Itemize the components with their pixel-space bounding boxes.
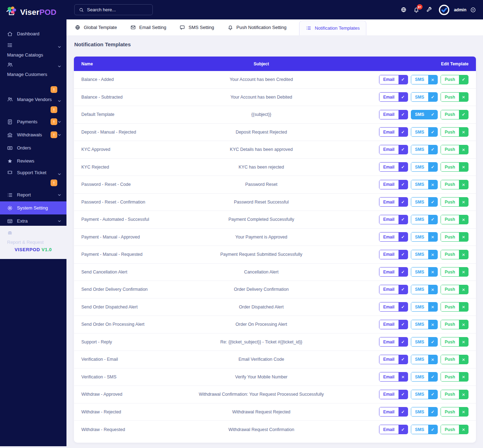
email-toggle-button[interactable]: Email✓ xyxy=(379,110,408,119)
email-toggle-button[interactable]: Email✓ xyxy=(379,407,408,417)
sms-toggle-button[interactable]: SMS✓ xyxy=(411,215,438,224)
email-toggle-button[interactable]: Email✓ xyxy=(379,232,408,242)
push-toggle-button[interactable]: Push× xyxy=(441,425,469,434)
push-toggle-button[interactable]: Push× xyxy=(441,267,469,277)
email-toggle-button[interactable]: Email✓ xyxy=(379,285,408,294)
avatar[interactable] xyxy=(439,5,449,15)
email-toggle-button[interactable]: Email✓ xyxy=(379,250,408,259)
push-toggle-button[interactable]: Push× xyxy=(441,285,469,294)
push-toggle-button[interactable]: Push✓ xyxy=(441,75,469,84)
check-icon: ✓ xyxy=(398,337,408,346)
email-toggle-button[interactable]: Email✓ xyxy=(379,337,408,347)
tab-push-notification-setting[interactable]: Push Notification Setting xyxy=(227,19,287,35)
email-toggle-button[interactable]: Email✓ xyxy=(379,162,408,172)
email-toggle-button[interactable]: Email✓ xyxy=(379,267,408,277)
email-toggle-button[interactable]: Email✓ xyxy=(379,145,408,154)
email-toggle-button[interactable]: Email✓ xyxy=(379,425,408,434)
email-toggle-label: Email xyxy=(379,390,398,399)
sidebar-item-system-setting[interactable]: System Setting xyxy=(0,201,66,214)
sidebar-item-manage-vendors[interactable]: Manage Vendors ! xyxy=(0,94,66,115)
sms-toggle-button[interactable]: SMS✓ xyxy=(411,127,438,137)
push-toggle-button[interactable]: Push× xyxy=(441,250,469,259)
sms-toggle-button[interactable]: SMS✓ xyxy=(411,372,438,382)
sms-toggle-button[interactable]: SMS× xyxy=(411,180,438,189)
sms-toggle-button[interactable]: SMS✓ xyxy=(411,197,438,207)
email-toggle-label: Email xyxy=(379,407,398,416)
push-toggle-button[interactable]: Push× xyxy=(441,215,469,224)
settings-wrench-icon[interactable] xyxy=(426,7,432,13)
sms-toggle-button[interactable]: SMS× xyxy=(411,302,438,312)
sms-toggle-button[interactable]: SMS✓ xyxy=(411,407,438,417)
sms-toggle-button[interactable]: SMS× xyxy=(411,267,438,277)
sidebar-item-manage-customers[interactable]: Manage Customers ! xyxy=(0,60,66,94)
sms-toggle-button[interactable]: SMS× xyxy=(411,285,438,294)
sms-toggle-button[interactable]: SMS× xyxy=(411,232,438,242)
cross-icon: × xyxy=(428,75,437,84)
sms-toggle-button[interactable]: SMS✓ xyxy=(411,425,438,434)
email-toggle-button[interactable]: Email✓ xyxy=(379,215,408,224)
email-toggle-label: Email xyxy=(379,285,398,294)
sms-toggle-button[interactable]: SMS× xyxy=(411,75,438,84)
tab-global-template[interactable]: Global Template xyxy=(74,19,118,35)
sms-toggle-button[interactable]: SMS× xyxy=(411,250,438,259)
email-toggle-button[interactable]: Email× xyxy=(379,372,408,382)
sidebar-item-report-request[interactable]: Report & Request xyxy=(0,228,66,247)
sms-toggle-button[interactable]: SMS× xyxy=(411,355,438,364)
sms-toggle-button[interactable]: SMS✓ xyxy=(411,110,438,119)
email-toggle-button[interactable]: Email✓ xyxy=(379,355,408,364)
email-toggle-button[interactable]: Email✓ xyxy=(379,92,408,102)
sidebar-item-report[interactable]: Report xyxy=(0,188,66,201)
check-icon: ✓ xyxy=(398,232,408,241)
push-toggle-button[interactable]: Push× xyxy=(441,127,469,137)
sidebar-item-orders[interactable]: Orders xyxy=(0,141,66,154)
push-toggle-button[interactable]: Push× xyxy=(441,145,469,154)
sidebar-item-extra[interactable]: Extra xyxy=(0,214,66,228)
sms-toggle-button[interactable]: SMS✓ xyxy=(411,390,438,399)
push-toggle-button[interactable]: Push✓ xyxy=(441,110,469,119)
sms-toggle-button[interactable]: SMS× xyxy=(411,320,438,329)
sidebar-item-manage-catalogs[interactable]: Manage Catalogs xyxy=(0,40,66,60)
language-globe-icon[interactable] xyxy=(401,7,407,13)
email-toggle-button[interactable]: Email✓ xyxy=(379,320,408,329)
tab-sms-setting[interactable]: SMS Setting xyxy=(179,19,215,35)
push-toggle-button[interactable]: Push× xyxy=(441,372,469,382)
email-toggle-button[interactable]: Email✓ xyxy=(379,75,408,84)
column-header-subject: Subject xyxy=(173,61,350,66)
push-toggle-button[interactable]: Push× xyxy=(441,232,469,242)
check-icon: ✓ xyxy=(398,75,408,84)
email-toggle-button[interactable]: Email✓ xyxy=(379,180,408,189)
user-menu-chevron-icon[interactable] xyxy=(470,7,476,13)
search-input[interactable] xyxy=(87,7,148,12)
push-toggle-button[interactable]: Push× xyxy=(441,407,469,417)
email-toggle-button[interactable]: Email✓ xyxy=(379,197,408,207)
chevron-down-icon xyxy=(57,64,62,69)
template-subject: Withdrawal Request Confirmation xyxy=(173,427,350,432)
push-toggle-button[interactable]: Push× xyxy=(441,320,469,329)
template-subject: Password Reset Successful xyxy=(173,200,350,205)
sms-toggle-button[interactable]: SMS✓ xyxy=(411,162,438,172)
email-toggle-button[interactable]: Email✓ xyxy=(379,390,408,399)
sms-toggle-button[interactable]: SMS✓ xyxy=(411,145,438,154)
tab-notification-templates[interactable]: Notification Templates xyxy=(299,20,366,35)
sms-toggle-label: SMS xyxy=(411,285,428,294)
sidebar-item-reviews[interactable]: Reviews xyxy=(0,154,66,167)
sidebar-item-dashboard[interactable]: Dashboard xyxy=(0,27,66,40)
email-toggle-button[interactable]: Email✓ xyxy=(379,302,408,312)
push-toggle-button[interactable]: Push× xyxy=(441,92,469,102)
notifications-button[interactable]: 9+ xyxy=(413,7,419,13)
tab-email-setting[interactable]: Email Setting xyxy=(130,19,167,35)
app-logo[interactable]: ViserPOD xyxy=(0,0,66,24)
push-toggle-button[interactable]: Push× xyxy=(441,337,469,347)
sidebar-item-payments[interactable]: Payments ! xyxy=(0,115,66,128)
push-toggle-button[interactable]: Push× xyxy=(441,197,469,207)
sms-toggle-button[interactable]: SMS✓ xyxy=(411,92,438,102)
sms-toggle-button[interactable]: SMS✓ xyxy=(411,337,438,347)
push-toggle-button[interactable]: Push× xyxy=(441,302,469,312)
sidebar-item-withdrawals[interactable]: Withdrawals ! xyxy=(0,128,66,141)
push-toggle-button[interactable]: Push× xyxy=(441,162,469,172)
email-toggle-button[interactable]: Email✓ xyxy=(379,127,408,137)
push-toggle-button[interactable]: Push× xyxy=(441,355,469,364)
sidebar-item-support-ticket[interactable]: Support Ticket ! xyxy=(0,167,66,188)
push-toggle-button[interactable]: Push× xyxy=(441,390,469,399)
push-toggle-button[interactable]: Push× xyxy=(441,180,469,189)
